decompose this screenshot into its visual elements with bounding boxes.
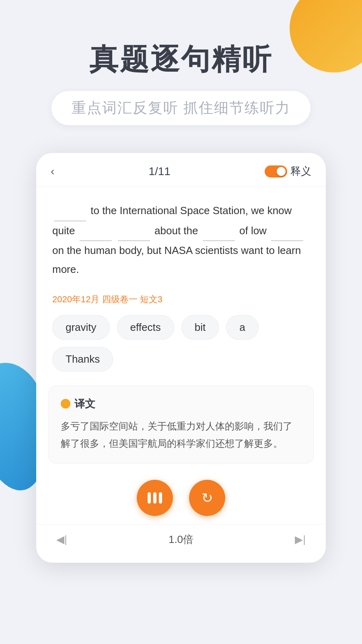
- sentence-part-3: of low: [239, 225, 269, 237]
- bottom-bar: ◀| 1.0倍 ▶|: [36, 524, 326, 551]
- skip-prev-button[interactable]: ◀|: [56, 533, 67, 546]
- refresh-icon: ↻: [202, 490, 213, 506]
- controls-area: ↻: [36, 468, 326, 520]
- translation-label: 译文: [74, 397, 95, 411]
- translation-text: 多亏了国际空间站，关于低重力对人体的影响，我们了解了很多，但美国宇航局的科学家们…: [61, 417, 301, 452]
- header-area: 真题逐句精听 重点词汇反复听 抓住细节练听力: [0, 40, 362, 125]
- sentence-part-4: on the human body, but NASA scientists w…: [52, 244, 301, 275]
- skip-next-button[interactable]: ▶|: [295, 533, 306, 546]
- speed-indicator: 1.0倍: [169, 533, 193, 547]
- subtitle-text: 重点词汇反复听 抓住细节练听力: [72, 99, 290, 116]
- chip-bit[interactable]: bit: [181, 315, 219, 340]
- refresh-button[interactable]: ↻: [189, 480, 225, 516]
- card-nav: ‹ 1/11 释义: [36, 153, 326, 187]
- chip-a[interactable]: a: [226, 315, 258, 340]
- blank-3: [118, 221, 150, 241]
- chip-effects[interactable]: effects: [117, 315, 174, 340]
- back-button[interactable]: ‹: [51, 165, 54, 178]
- subtitle-pill: 重点词汇反复听 抓住细节练听力: [51, 91, 311, 125]
- chip-gravity[interactable]: gravity: [52, 315, 110, 340]
- progress-indicator: 1/11: [148, 165, 171, 178]
- toggle-label: 释义: [290, 164, 311, 178]
- word-chips-container: gravity effects bit a Thanks: [36, 305, 326, 381]
- source-tag: 2020年12月 四级卷一 短文3: [36, 293, 326, 305]
- blank-5: [271, 221, 303, 241]
- pause-icon: [148, 492, 162, 504]
- translation-header: 译文: [61, 397, 301, 411]
- translation-dot: [61, 399, 70, 409]
- phone-card: ‹ 1/11 释义 to the International Space Sta…: [36, 153, 326, 563]
- toggle-area: 释义: [265, 164, 311, 178]
- translation-box: 译文 多亏了国际空间站，关于低重力对人体的影响，我们了解了很多，但美国宇航局的科…: [48, 385, 314, 464]
- pause-button[interactable]: [137, 480, 173, 516]
- sentence-area: to the International Space Station, we k…: [36, 187, 326, 287]
- definition-toggle[interactable]: [265, 165, 287, 178]
- sentence-part-2: about the: [154, 225, 201, 237]
- blank-1: [54, 202, 86, 221]
- toggle-knob: [277, 167, 286, 176]
- chip-thanks[interactable]: Thanks: [52, 347, 113, 372]
- blank-4: [203, 221, 235, 241]
- blank-2: [80, 221, 112, 241]
- main-title: 真题逐句精听: [24, 40, 338, 79]
